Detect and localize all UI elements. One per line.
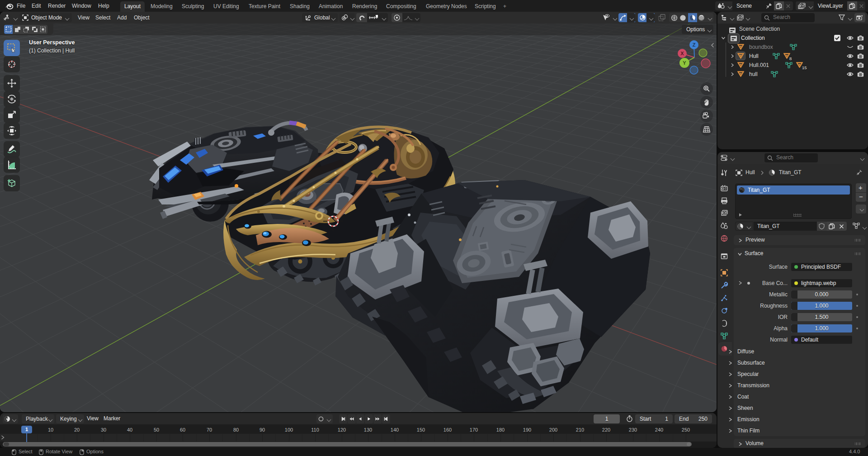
svg-text:X: X [680,51,684,56]
svg-text:Z: Z [693,42,696,48]
svg-text:Y: Y [683,60,686,66]
